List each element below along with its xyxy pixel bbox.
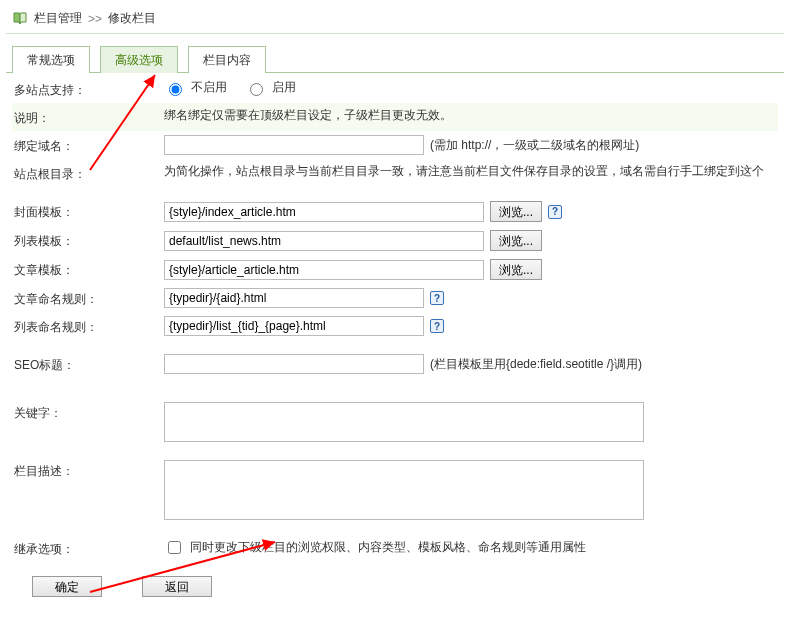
list-browse-button[interactable]: 浏览... [490,230,542,251]
article-label: 文章模板： [14,259,164,279]
multisite-on-text: 启用 [272,79,296,96]
binddomain-hint: (需加 http://，一级或二级域名的根网址) [430,137,639,154]
list-label: 列表模板： [14,230,164,250]
seo-label: SEO标题： [14,354,164,374]
inherit-text: 同时更改下级栏目的浏览权限、内容类型、模板风格、命名规则等通用属性 [190,539,586,556]
siteroot-text: 为简化操作，站点根目录与当前栏目目录一致，请注意当前栏目文件保存目录的设置，域名… [164,163,764,180]
inherit-label: 继承选项： [14,538,164,558]
article-input[interactable] [164,260,484,280]
tab-advanced[interactable]: 高级选项 [100,46,178,73]
seo-hint: (栏目模板里用{dede:field.seotitle /}调用) [430,356,642,373]
explain-text: 绑名绑定仅需要在顶级栏目设定，子级栏目更改无效。 [164,107,452,124]
multisite-off-radio[interactable] [169,83,182,96]
back-button[interactable]: 返回 [142,576,212,597]
book-icon [12,11,28,27]
listrule-label: 列表命名规则： [14,316,164,336]
artrule-label: 文章命名规则： [14,288,164,308]
cover-browse-button[interactable]: 浏览... [490,201,542,222]
binddomain-input[interactable] [164,135,424,155]
inherit-checkbox[interactable] [168,541,181,554]
list-input[interactable] [164,231,484,251]
tab-general[interactable]: 常规选项 [12,46,90,73]
keywords-label: 关键字： [14,402,164,422]
help-icon[interactable]: ? [430,291,444,305]
tab-content[interactable]: 栏目内容 [188,46,266,73]
artrule-input[interactable] [164,288,424,308]
seo-input[interactable] [164,354,424,374]
desc-input[interactable] [164,460,644,520]
tabs: 常规选项 高级选项 栏目内容 [6,46,784,73]
binddomain-label: 绑定域名： [14,135,164,155]
multisite-label: 多站点支持： [14,79,164,99]
multisite-on-radio[interactable] [250,83,263,96]
breadcrumb-root[interactable]: 栏目管理 [34,10,82,27]
help-icon[interactable]: ? [548,205,562,219]
breadcrumb-sep: >> [88,12,102,26]
cover-input[interactable] [164,202,484,222]
multisite-off-text: 不启用 [191,79,227,96]
help-icon[interactable]: ? [430,319,444,333]
listrule-input[interactable] [164,316,424,336]
desc-label: 栏目描述： [14,460,164,480]
breadcrumb-current: 修改栏目 [108,10,156,27]
keywords-input[interactable] [164,402,644,442]
siteroot-label: 站点根目录： [14,163,164,183]
cover-label: 封面模板： [14,201,164,221]
article-browse-button[interactable]: 浏览... [490,259,542,280]
ok-button[interactable]: 确定 [32,576,102,597]
explain-label: 说明： [14,107,164,127]
